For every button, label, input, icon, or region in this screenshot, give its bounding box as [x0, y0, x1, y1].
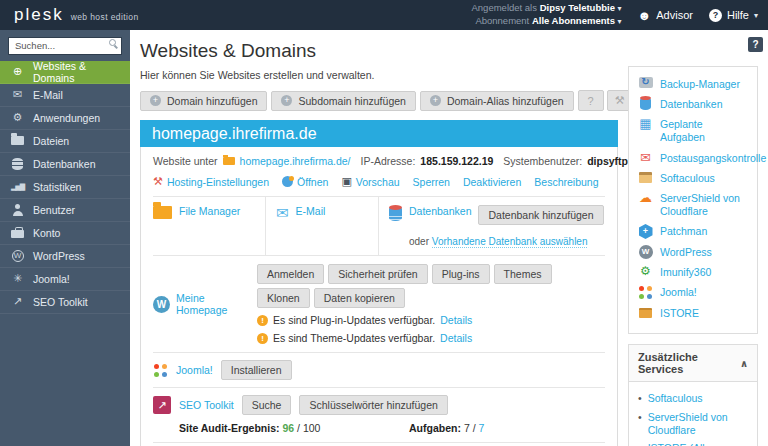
- sidebar-item-joomla[interactable]: ✳ Joomla!: [0, 268, 130, 291]
- plugin-updates-details-link[interactable]: Details: [440, 314, 472, 326]
- joomla-link2[interactable]: Joomla!: [660, 286, 697, 299]
- backup-manager-link[interactable]: Backup-Manager: [660, 78, 740, 91]
- folder-icon: [10, 136, 25, 145]
- header-right: Angemeldet als Dipsy Teletubbie ▾ Abonne…: [472, 2, 759, 28]
- wordpress-site-link[interactable]: Meine Homepage: [176, 292, 249, 316]
- wordpress-icon: W: [638, 245, 653, 259]
- toolbar-right: ? ⚒: [578, 90, 633, 111]
- istore-service-link[interactable]: ISTORE (All domains): [648, 442, 748, 446]
- add-domain-alias-button[interactable]: + Domain-Alias hinzufügen: [420, 91, 574, 111]
- joomla-install-button[interactable]: Installieren: [221, 360, 292, 380]
- servershield-link[interactable]: ServerShield von Cloudflare: [660, 192, 748, 218]
- logged-in-label: Angemeldet als: [472, 2, 537, 13]
- search-icon[interactable]: [109, 39, 116, 46]
- joomla-icon: [153, 363, 168, 378]
- bullet-icon: •: [638, 392, 642, 405]
- sidebar-item-users[interactable]: Benutzer: [0, 199, 130, 222]
- sidebar-item-databases[interactable]: Datenbanken: [0, 153, 130, 176]
- servershield-item: ☁ ServerShield von Cloudflare: [638, 192, 748, 218]
- wordpress-buttons: Anmelden Sicherheit prüfen Plug-ins Them…: [257, 264, 605, 308]
- sidebar-item-statistics[interactable]: ▂▅▇ Statistiken: [0, 176, 130, 199]
- site-audit-score: Site Audit-Ergebnis: 96 / 100: [179, 422, 409, 434]
- softaculous-service-link[interactable]: Softaculous: [648, 392, 703, 405]
- context-help-button[interactable]: ?: [748, 37, 763, 52]
- hosting-settings-link[interactable]: Hosting-Einstellungen: [167, 176, 269, 188]
- open-link[interactable]: Öffnen: [297, 176, 328, 188]
- softaculous-link[interactable]: Softaculous: [660, 172, 715, 185]
- wp-plugins-button[interactable]: Plug-ins: [432, 264, 490, 284]
- imunify360-link[interactable]: Imunify360: [660, 266, 711, 279]
- sidebar-nav: ⊕ Websites & Domains ✉ E-Mail ⚙ Anwendun…: [0, 61, 130, 314]
- softaculous-box-icon: [638, 171, 653, 183]
- advisor-button[interactable]: ☻ Advisor: [638, 8, 693, 23]
- add-domain-button[interactable]: + Domain hinzufügen: [140, 91, 267, 111]
- wp-login-button[interactable]: Anmelden: [257, 264, 324, 284]
- wp-clone-button[interactable]: Klonen: [257, 288, 310, 308]
- warning-icon: !: [257, 315, 268, 326]
- scheduled-tasks-link[interactable]: Geplante Aufgaben: [660, 118, 748, 144]
- additional-services-header[interactable]: Zusätzliche Services ∧: [629, 345, 757, 382]
- sidebar-item-account[interactable]: Konto: [0, 222, 130, 245]
- sidebar-item-applications[interactable]: ⚙ Anwendungen: [0, 107, 130, 130]
- sidebar-item-label: Datenbanken: [33, 158, 95, 170]
- wordpress-link[interactable]: WordPress: [660, 246, 712, 259]
- feature-grid: File Manager ✉ E-Mail Datenbanken Datenb…: [153, 196, 605, 256]
- sidebar-item-websites-domains[interactable]: ⊕ Websites & Domains: [0, 61, 130, 84]
- wordpress-icon: W: [10, 250, 25, 262]
- theme-updates-details-link[interactable]: Details: [440, 332, 472, 344]
- seo-tasks-link[interactable]: 7: [478, 422, 484, 434]
- bullet-icon: •: [638, 442, 642, 446]
- tools-icon: ⚒: [153, 175, 163, 188]
- databases-link2[interactable]: Datenbanken: [660, 98, 722, 111]
- seo-toolkit-link[interactable]: SEO Toolkit: [179, 399, 234, 411]
- backup-icon: ↻: [638, 77, 653, 88]
- istore-link[interactable]: ISTORE: [660, 307, 699, 320]
- deactivate-link[interactable]: Deaktivieren: [463, 176, 521, 188]
- sidebar-item-label: Joomla!: [33, 273, 70, 285]
- sidebar-item-wordpress[interactable]: W WordPress: [0, 245, 130, 268]
- wp-themes-button[interactable]: Themes: [494, 264, 552, 284]
- email-link[interactable]: E-Mail: [296, 205, 326, 217]
- add-database-button[interactable]: Datenbank hinzufügen: [478, 205, 603, 225]
- file-manager-icon: [153, 206, 172, 219]
- email-cell: ✉ E-Mail: [266, 197, 379, 255]
- sidebar-item-email[interactable]: ✉ E-Mail: [0, 84, 130, 107]
- wp-copy-data-button[interactable]: Daten kopieren: [314, 288, 405, 308]
- additional-services-list: • Softaculous • ServerShield von Cloudfl…: [629, 382, 757, 446]
- servershield-service-link[interactable]: ServerShield von Cloudflare: [648, 411, 748, 436]
- sidebar-item-seo-toolkit[interactable]: ↗ SEO Toolkit: [0, 291, 130, 314]
- sidebar-item-files[interactable]: Dateien: [0, 130, 130, 153]
- website-root-link[interactable]: homepage.ihrefirma.de/: [240, 155, 351, 167]
- preview-icon: ▣: [341, 175, 351, 188]
- toolbar-help-button[interactable]: ?: [578, 90, 604, 111]
- patchman-item: + Patchman: [638, 225, 748, 239]
- select-existing-database-link[interactable]: Vorhandene Datenbank auswählen: [432, 236, 588, 248]
- plesk-logo[interactable]: plesk web host edition: [14, 5, 139, 25]
- sidebar-item-label: WordPress: [33, 250, 85, 262]
- logged-in-row[interactable]: Angemeldet als Dipsy Teletubbie ▾: [472, 2, 622, 15]
- file-manager-link[interactable]: File Manager: [179, 205, 240, 217]
- wp-check-security-button[interactable]: Sicherheit prüfen: [328, 264, 427, 284]
- search-input[interactable]: [8, 37, 122, 55]
- ip-value: 185.159.122.19: [420, 155, 493, 167]
- or-line: oder Vorhandene Datenbank auswählen: [409, 236, 605, 247]
- joomla-link[interactable]: Joomla!: [176, 364, 213, 376]
- preview-link[interactable]: Vorschau: [356, 176, 400, 188]
- help-menu[interactable]: ? Hilfe ▾: [709, 9, 758, 22]
- suspend-link[interactable]: Sperren: [413, 176, 450, 188]
- seo-toolkit-row: ↗ SEO Toolkit Suche Schlüsselwörter hinz…: [153, 388, 605, 443]
- bullet-icon: •: [638, 411, 642, 436]
- wordpress-main: Anmelden Sicherheit prüfen Plug-ins Them…: [257, 264, 605, 344]
- seo-add-keywords-button[interactable]: Schlüsselwörter hinzufügen: [299, 395, 447, 415]
- description-link[interactable]: Beschreibung: [534, 176, 598, 188]
- imunify-gear-icon: ⚙: [638, 265, 653, 277]
- page-subtitle: Hier können Sie Websites erstellen und v…: [140, 69, 618, 81]
- softaculous-item: Softaculous: [638, 172, 748, 185]
- databases-link[interactable]: Datenbanken: [409, 205, 471, 217]
- add-subdomain-button[interactable]: + Subdomain hinzufügen: [271, 91, 415, 111]
- seo-search-button[interactable]: Suche: [242, 395, 292, 415]
- outgoing-mail-control-link[interactable]: Postausgangskontrolle: [660, 152, 766, 165]
- databases-cell: Datenbanken Datenbank hinzufügen oder Vo…: [379, 197, 605, 255]
- patchman-link[interactable]: Patchman: [660, 225, 707, 238]
- subscription-row[interactable]: Abonnement Alle Abonnements ▾: [472, 15, 622, 28]
